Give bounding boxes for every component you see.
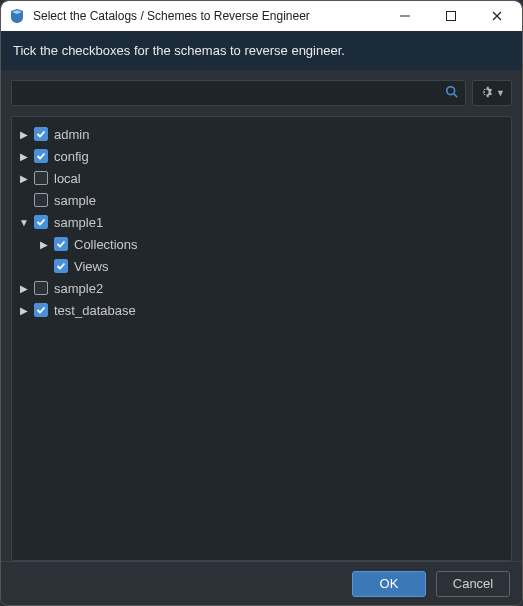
tree-node-label: Views — [74, 259, 108, 274]
tree-node-label: local — [54, 171, 81, 186]
tree-node[interactable]: ▶sample2 — [12, 277, 511, 299]
search-box[interactable] — [11, 80, 466, 106]
settings-dropdown-button[interactable]: ▼ — [472, 80, 512, 106]
tree-checkbox[interactable] — [34, 215, 48, 229]
disclosure-closed-icon[interactable]: ▶ — [18, 172, 30, 184]
cancel-button[interactable]: Cancel — [436, 571, 510, 597]
header-instruction: Tick the checkboxes for the schemas to r… — [1, 31, 522, 70]
schema-tree[interactable]: ▶admin▶config▶localsample▼sample1▶Collec… — [11, 116, 512, 561]
disclosure-closed-icon[interactable]: ▶ — [18, 150, 30, 162]
search-icon[interactable] — [441, 85, 459, 102]
tree-node[interactable]: ▼sample1 — [12, 211, 511, 233]
tree-node-label: test_database — [54, 303, 136, 318]
search-row: ▼ — [11, 80, 512, 106]
tree-node[interactable]: ▶Collections — [12, 233, 511, 255]
content-area: ▼ ▶admin▶config▶localsample▼sample1▶Coll… — [1, 70, 522, 561]
tree-checkbox[interactable] — [34, 149, 48, 163]
disclosure-closed-icon[interactable]: ▶ — [18, 128, 30, 140]
dialog-footer: OK Cancel — [1, 561, 522, 605]
ok-button-label: OK — [380, 576, 399, 591]
tree-checkbox[interactable] — [34, 193, 48, 207]
disclosure-closed-icon[interactable]: ▶ — [38, 238, 50, 250]
tree-node-label: Collections — [74, 237, 138, 252]
tree-node-label: sample1 — [54, 215, 103, 230]
svg-point-2 — [447, 86, 455, 94]
tree-node-label: config — [54, 149, 89, 164]
tree-checkbox[interactable] — [34, 303, 48, 317]
tree-checkbox[interactable] — [34, 171, 48, 185]
tree-node[interactable]: sample — [12, 189, 511, 211]
maximize-button[interactable] — [428, 1, 474, 31]
window-titlebar: Select the Catalogs / Schemes to Reverse… — [1, 1, 522, 31]
tree-node-label: sample2 — [54, 281, 103, 296]
cancel-button-label: Cancel — [453, 576, 493, 591]
svg-rect-1 — [447, 12, 456, 21]
tree-node[interactable]: ▶test_database — [12, 299, 511, 321]
gear-icon — [479, 85, 493, 102]
disclosure-closed-icon[interactable]: ▶ — [18, 282, 30, 294]
window-controls — [382, 1, 520, 31]
instruction-text: Tick the checkboxes for the schemas to r… — [13, 43, 345, 58]
app-icon — [9, 8, 25, 24]
tree-node[interactable]: ▶config — [12, 145, 511, 167]
tree-checkbox[interactable] — [54, 259, 68, 273]
tree-checkbox[interactable] — [34, 127, 48, 141]
disclosure-none — [18, 194, 30, 206]
svg-rect-0 — [400, 16, 410, 17]
tree-node[interactable]: Views — [12, 255, 511, 277]
disclosure-open-icon[interactable]: ▼ — [18, 216, 30, 228]
tree-node[interactable]: ▶local — [12, 167, 511, 189]
tree-node-label: sample — [54, 193, 96, 208]
disclosure-closed-icon[interactable]: ▶ — [18, 304, 30, 316]
svg-line-3 — [454, 93, 458, 97]
minimize-button[interactable] — [382, 1, 428, 31]
search-input[interactable] — [18, 86, 441, 101]
tree-node-label: admin — [54, 127, 89, 142]
caret-down-icon: ▼ — [496, 88, 505, 98]
disclosure-none — [38, 260, 50, 272]
tree-checkbox[interactable] — [34, 281, 48, 295]
tree-checkbox[interactable] — [54, 237, 68, 251]
window-title: Select the Catalogs / Schemes to Reverse… — [33, 9, 382, 23]
tree-node[interactable]: ▶admin — [12, 123, 511, 145]
ok-button[interactable]: OK — [352, 571, 426, 597]
close-button[interactable] — [474, 1, 520, 31]
